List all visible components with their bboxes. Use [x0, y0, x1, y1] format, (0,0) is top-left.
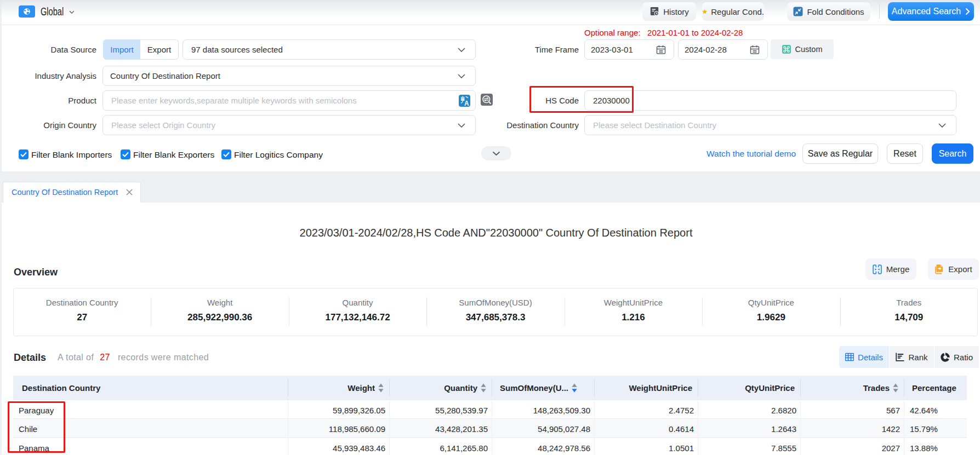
svg-text:A: A: [464, 100, 469, 107]
